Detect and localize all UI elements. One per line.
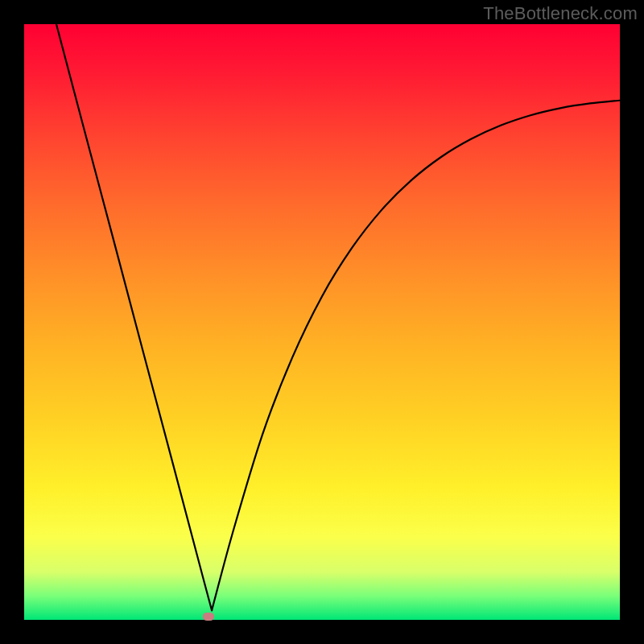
minimum-marker (203, 613, 214, 621)
curve-svg (24, 24, 620, 620)
chart-frame: TheBottleneck.com (0, 0, 644, 644)
watermark-text: TheBottleneck.com (483, 3, 638, 24)
curve-right-branch (212, 101, 620, 610)
plot-area (24, 24, 620, 620)
curve-left-branch (56, 24, 212, 610)
